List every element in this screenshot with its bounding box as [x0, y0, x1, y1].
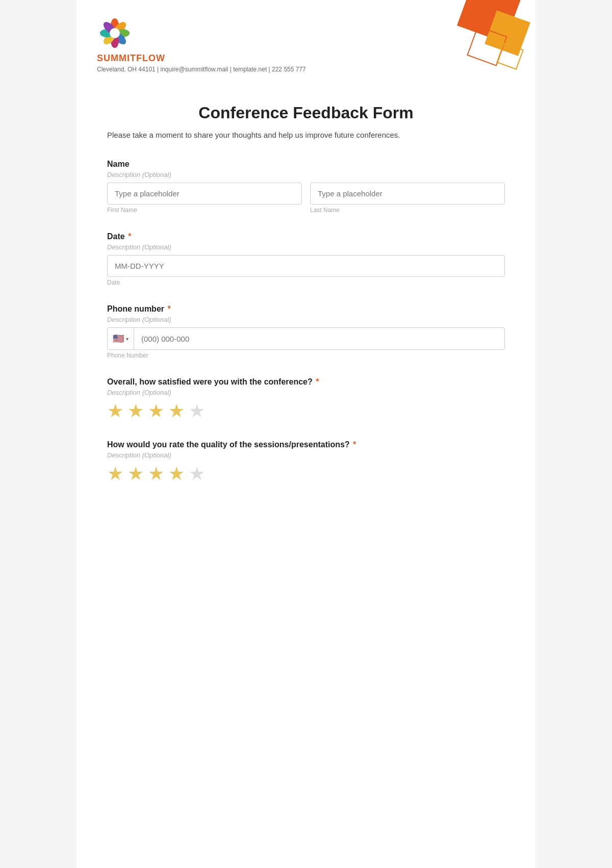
satisfaction-star-2[interactable]: ★ [128, 400, 144, 422]
last-name-sub-label: Last Name [310, 207, 505, 214]
date-required-star: * [128, 232, 131, 241]
sessions-star-4[interactable]: ★ [168, 463, 185, 484]
first-name-group: First Name [107, 183, 302, 214]
last-name-group: Last Name [310, 183, 505, 214]
header: SUMMITFLOW Cleveland, OH 44101 | inquire… [76, 0, 536, 83]
sessions-star-5[interactable]: ★ [189, 463, 205, 484]
phone-sub-label: Phone Number [107, 352, 505, 359]
date-description: Description (Optional) [107, 243, 505, 251]
brand-name: SUMMITFLOW [97, 53, 165, 64]
satisfaction-section: Overall, how satisfied were you with the… [107, 377, 505, 422]
main-content: Conference Feedback Form Please take a m… [76, 83, 536, 533]
us-flag-icon: 🇺🇸 [113, 333, 124, 344]
svg-point-8 [110, 28, 120, 38]
sessions-star-1[interactable]: ★ [107, 463, 123, 484]
first-name-sub-label: First Name [107, 207, 302, 214]
satisfaction-star-3[interactable]: ★ [148, 400, 164, 422]
satisfaction-description: Description (Optional) [107, 389, 505, 396]
sessions-stars: ★ ★ ★ ★ ★ [107, 463, 505, 484]
phone-section: Phone number * Description (Optional) 🇺🇸… [107, 304, 505, 359]
brand-logo [97, 15, 133, 51]
sessions-star-3[interactable]: ★ [148, 463, 164, 484]
last-name-input[interactable] [310, 183, 505, 205]
name-input-row: First Name Last Name [107, 183, 505, 214]
name-section: Name Description (Optional) First Name L… [107, 160, 505, 214]
phone-flag-select[interactable]: 🇺🇸 ▾ [108, 328, 134, 349]
phone-number-input[interactable] [134, 328, 504, 349]
satisfaction-star-4[interactable]: ★ [168, 400, 185, 422]
page-wrapper: SUMMITFLOW Cleveland, OH 44101 | inquire… [76, 0, 536, 868]
phone-description: Description (Optional) [107, 316, 505, 323]
date-input[interactable] [107, 255, 505, 277]
date-section: Date * Description (Optional) Date [107, 232, 505, 286]
sessions-description: Description (Optional) [107, 451, 505, 459]
date-label: Date * [107, 232, 505, 241]
decorative-shapes [423, 0, 536, 82]
satisfaction-star-5[interactable]: ★ [189, 400, 205, 422]
sessions-star-2[interactable]: ★ [128, 463, 144, 484]
phone-required-star: * [167, 304, 170, 313]
form-subtitle: Please take a moment to share your thoug… [107, 131, 505, 139]
phone-label: Phone number * [107, 304, 505, 314]
chevron-down-icon: ▾ [126, 336, 129, 342]
satisfaction-stars: ★ ★ ★ ★ ★ [107, 400, 505, 422]
satisfaction-required-star: * [316, 377, 319, 386]
sessions-section: How would you rate the quality of the se… [107, 440, 505, 484]
satisfaction-label: Overall, how satisfied were you with the… [107, 377, 505, 387]
date-sub-label: Date [107, 279, 505, 286]
name-label: Name [107, 160, 505, 169]
name-description: Description (Optional) [107, 171, 505, 178]
satisfaction-star-1[interactable]: ★ [107, 400, 123, 422]
sessions-label: How would you rate the quality of the se… [107, 440, 505, 449]
sessions-required-star: * [353, 440, 356, 449]
form-title: Conference Feedback Form [107, 104, 505, 122]
first-name-input[interactable] [107, 183, 302, 205]
phone-input-row: 🇺🇸 ▾ [107, 327, 505, 350]
brand-contact: Cleveland, OH 44101 | inquire@summitflow… [97, 66, 306, 73]
